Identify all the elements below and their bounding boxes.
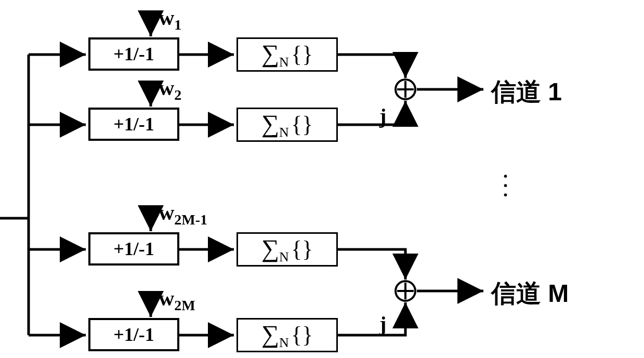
output-label-1: 信道 1 [491, 75, 562, 109]
sum-block-2: ∑N{} [236, 108, 338, 142]
j-label-m: j [379, 312, 386, 336]
weight-label-2: w2 [159, 75, 181, 103]
adder-1 [394, 78, 417, 101]
sign-block-2: +1/-1 [88, 108, 179, 141]
output-label-m: 信道 M [491, 277, 569, 310]
sum-block-4: ∑N{} [236, 318, 338, 352]
sign-block-1: +1/-1 [88, 37, 179, 71]
sum-block-3: ∑N{} [236, 232, 338, 267]
ellipsis: ··· [503, 171, 508, 200]
weight-label-1: w1 [159, 5, 181, 33]
weight-label-2m: w2M [159, 286, 195, 314]
sign-block-3: +1/-1 [88, 232, 179, 266]
sign-block-4: +1/-1 [88, 318, 179, 351]
adder-m [394, 280, 417, 302]
weight-label-2m-1: w2M-1 [159, 200, 207, 228]
sum-block-1: ∑N{} [236, 37, 338, 72]
j-label-1: j [379, 104, 386, 128]
